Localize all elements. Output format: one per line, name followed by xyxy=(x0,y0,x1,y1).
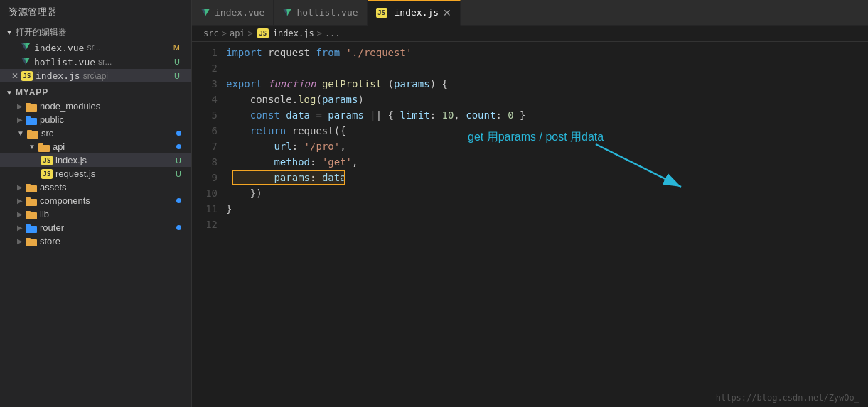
file-name: index.js xyxy=(36,70,80,81)
folder-name: node_modules xyxy=(40,101,100,112)
tree-router[interactable]: ▶ router xyxy=(0,221,191,234)
file-badge: U xyxy=(176,156,186,165)
file-badge: M xyxy=(173,43,186,52)
breadcrumb-sep: > xyxy=(317,28,322,38)
project-header[interactable]: ▼ MYAPP xyxy=(0,85,191,99)
tabbar: index.vue hotlist.vue JS index.js ✕ xyxy=(192,0,868,26)
svg-rect-13 xyxy=(38,143,43,146)
line-num: 11 xyxy=(200,201,218,217)
open-file-hotlist-vue[interactable]: hotlist.vue sr... U xyxy=(0,55,191,69)
folder-name: public xyxy=(40,114,64,125)
svg-rect-19 xyxy=(26,211,31,214)
tree-request-js[interactable]: JS request.js U xyxy=(0,167,191,180)
folder-name: src xyxy=(41,128,53,139)
chevron-right-icon: ▶ xyxy=(17,237,23,245)
tree-node-modules[interactable]: ▶ node_modules xyxy=(0,99,191,113)
tree-store[interactable]: ▶ store xyxy=(0,234,191,248)
folder-icon xyxy=(26,183,37,192)
svg-rect-9 xyxy=(26,116,31,119)
folder-name: store xyxy=(40,236,60,246)
line-num: 10 xyxy=(200,185,218,201)
code-line-7: url: '/pro', xyxy=(226,139,868,154)
open-editors-label: 打开的编辑器 xyxy=(16,26,67,38)
open-editors-header[interactable]: ▼ 打开的编辑器 xyxy=(0,24,191,40)
line-num: 5 xyxy=(200,107,218,123)
tree-public[interactable]: ▶ public xyxy=(0,113,191,126)
tree-src[interactable]: ▼ src xyxy=(0,126,191,140)
tree-index-js[interactable]: JS index.js U xyxy=(0,153,191,167)
code-line-5: const data = params || { limit: 10, coun… xyxy=(226,107,868,123)
js-icon: JS xyxy=(41,156,53,165)
tab-index-js[interactable]: JS index.js ✕ xyxy=(368,0,461,26)
line-num: 4 xyxy=(200,92,218,107)
folder-globe-icon xyxy=(26,115,37,125)
file-path: sr... xyxy=(98,57,112,67)
tab-label: index.vue xyxy=(215,7,264,18)
file-name: index.js xyxy=(55,155,87,165)
project-name-label: MYAPP xyxy=(16,87,48,97)
code-line-9: params: data xyxy=(226,170,868,185)
code-line-3: export function getProlist (params) { xyxy=(226,76,868,92)
vue-icon xyxy=(20,56,31,67)
modified-dot xyxy=(176,131,181,136)
chevron-right-icon: ▶ xyxy=(17,197,23,205)
code-line-6: return request({ xyxy=(226,123,868,139)
vue-tab-icon xyxy=(200,8,210,18)
file-name: hotlist.vue xyxy=(34,57,95,67)
folder-name: lib xyxy=(40,209,49,219)
open-file-index-vue[interactable]: index.vue sr... M xyxy=(0,40,191,55)
folder-icon xyxy=(26,102,37,112)
folder-icon xyxy=(26,237,37,246)
file-badge: U xyxy=(176,170,186,178)
sidebar: 资源管理器 ▼ 打开的编辑器 index.vue sr... M hotlist… xyxy=(0,0,192,407)
line-num: 12 xyxy=(200,217,218,232)
close-icon[interactable]: ✕ xyxy=(11,71,18,81)
tree-lib[interactable]: ▶ lib xyxy=(0,207,191,221)
chevron-right-icon: ▶ xyxy=(17,210,23,218)
modified-dot xyxy=(176,198,181,203)
svg-rect-17 xyxy=(26,197,31,200)
svg-rect-15 xyxy=(26,184,31,187)
tree-components[interactable]: ▶ components xyxy=(0,194,191,207)
breadcrumb-src: src xyxy=(203,28,219,38)
svg-rect-7 xyxy=(26,103,31,106)
tree-api[interactable]: ▼ api xyxy=(0,140,191,153)
folder-api-icon xyxy=(38,142,50,152)
breadcrumb-sep: > xyxy=(222,28,227,38)
code-line-12 xyxy=(226,217,868,232)
js-icon: JS xyxy=(21,71,33,81)
tab-label: index.js xyxy=(395,7,439,18)
folder-src-icon xyxy=(27,129,38,139)
chevron-right-icon: ▶ xyxy=(17,224,23,232)
chevron-right-icon: ▶ xyxy=(17,102,23,110)
code-line-1: import request from './request' xyxy=(226,45,868,60)
vue-icon xyxy=(20,42,31,53)
chevron-down-icon: ▼ xyxy=(17,129,24,137)
tab-index-vue[interactable]: index.vue xyxy=(192,0,274,26)
folder-name: components xyxy=(40,195,90,206)
tab-close-button[interactable]: ✕ xyxy=(443,8,451,18)
file-badge: U xyxy=(174,72,186,80)
code-line-10: }) xyxy=(226,185,868,201)
file-name: request.js xyxy=(55,168,95,179)
file-badge: U xyxy=(174,58,186,66)
breadcrumb-api: api xyxy=(230,28,245,38)
sidebar-title: 资源管理器 xyxy=(0,0,191,24)
main-area: index.vue hotlist.vue JS index.js ✕ src … xyxy=(192,0,868,407)
modified-dot xyxy=(176,144,181,149)
tab-hotlist-vue[interactable]: hotlist.vue xyxy=(274,0,367,26)
breadcrumb: src > api > JS index.js > ... xyxy=(192,26,868,42)
folder-icon xyxy=(26,196,37,206)
folder-name: api xyxy=(53,141,65,152)
chevron-right-icon: ▶ xyxy=(17,116,23,124)
line-num: 9 xyxy=(200,170,218,185)
tab-label: hotlist.vue xyxy=(296,7,358,18)
line-num: 3 xyxy=(200,76,218,92)
code-content[interactable]: import request from './request' export f… xyxy=(226,42,868,407)
file-path: src\api xyxy=(83,71,108,81)
code-line-2 xyxy=(226,60,868,76)
open-file-index-js[interactable]: ✕ JS index.js src\api U xyxy=(0,69,191,82)
vue-tab-icon xyxy=(282,8,292,18)
line-num: 2 xyxy=(200,60,218,76)
tree-assets[interactable]: ▶ assets xyxy=(0,180,191,194)
